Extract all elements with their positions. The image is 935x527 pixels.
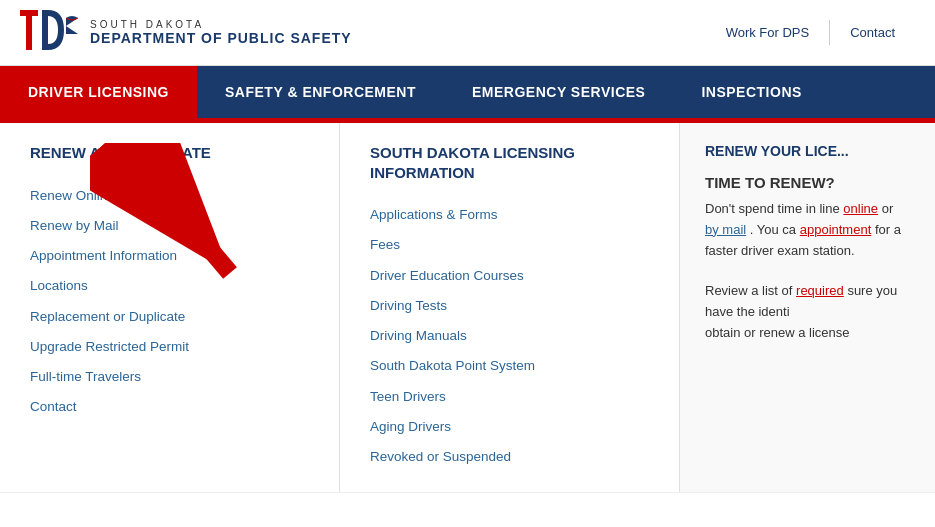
nav-bar: Driver Licensing Safety & Enforcement Em…: [0, 66, 935, 118]
state-name: SOUTH DAKOTA: [90, 19, 352, 30]
nav-item-safety[interactable]: Safety & Enforcement: [197, 66, 444, 118]
logo-icon: [20, 10, 80, 55]
col-renew-duplicate: Renew and Duplicate Renew Online Renew b…: [0, 123, 340, 492]
renew-text-block2: Review a list of required sure you have …: [705, 281, 910, 343]
nav-item-inspections[interactable]: Inspections: [673, 66, 829, 118]
col-sd-licensing: South Dakota Licensing Information Appli…: [340, 123, 680, 492]
renew-text5: Review a list of: [705, 283, 796, 298]
nav-item-emergency[interactable]: Emergency Services: [444, 66, 673, 118]
logo-text: SOUTH DAKOTA Department of Public Safety: [90, 19, 352, 46]
svg-rect-2: [42, 10, 48, 50]
link-renew-online[interactable]: Renew Online: [30, 181, 309, 211]
link-appointment-info[interactable]: Appointment Information: [30, 241, 309, 271]
nav-container: Driver Licensing Safety & Enforcement Em…: [0, 66, 935, 493]
renew-text1: Don't spend time in line: [705, 201, 840, 216]
link-point-system[interactable]: South Dakota Point System: [370, 351, 649, 381]
link-replacement-duplicate[interactable]: Replacement or Duplicate: [30, 302, 309, 332]
link-upgrade-restricted[interactable]: Upgrade Restricted Permit: [30, 332, 309, 362]
nav-item-driver-licensing[interactable]: Driver Licensing: [0, 66, 197, 118]
link-fulltime-travelers[interactable]: Full-time Travelers: [30, 362, 309, 392]
link-fees[interactable]: Fees: [370, 230, 649, 260]
renew-link-online[interactable]: online: [843, 201, 878, 216]
dept-name: Department of Public Safety: [90, 30, 352, 46]
renew-link-required[interactable]: required: [796, 283, 844, 298]
col-renew-your-license: Renew Your Lice... TIME TO RENEW? Don't …: [680, 123, 935, 492]
col1-title: Renew and Duplicate: [30, 143, 309, 163]
header: SOUTH DAKOTA Department of Public Safety…: [0, 0, 935, 493]
link-driving-tests[interactable]: Driving Tests: [370, 291, 649, 321]
logo-area: SOUTH DAKOTA Department of Public Safety: [20, 10, 352, 55]
col2-title: South Dakota Licensing Information: [370, 143, 649, 182]
contact-link[interactable]: Contact: [829, 20, 915, 45]
link-applications-forms[interactable]: Applications & Forms: [370, 200, 649, 230]
renew-link-mail[interactable]: by mail: [705, 222, 746, 237]
renew-text7: obtain or renew a license: [705, 325, 850, 340]
renew-text2: or: [882, 201, 894, 216]
link-aging-drivers[interactable]: Aging Drivers: [370, 412, 649, 442]
link-revoked-suspended[interactable]: Revoked or Suspended: [370, 442, 649, 472]
link-locations[interactable]: Locations: [30, 271, 309, 301]
renew-link-appointment[interactable]: appointment: [800, 222, 872, 237]
renew-subtitle: TIME TO RENEW?: [705, 174, 910, 191]
header-links: Work For DPS Contact: [706, 20, 915, 45]
work-for-dps-link[interactable]: Work For DPS: [706, 20, 830, 45]
renew-title: Renew Your Lice...: [705, 143, 910, 159]
link-contact[interactable]: Contact: [30, 392, 309, 422]
link-renew-by-mail[interactable]: Renew by Mail: [30, 211, 309, 241]
renew-text3: . You ca: [750, 222, 796, 237]
renew-text-block1: Don't spend time in line online or by ma…: [705, 199, 910, 261]
link-teen-drivers[interactable]: Teen Drivers: [370, 382, 649, 412]
dropdown: Renew and Duplicate Renew Online Renew b…: [0, 123, 935, 493]
svg-rect-1: [26, 10, 32, 50]
link-driver-education[interactable]: Driver Education Courses: [370, 261, 649, 291]
link-driving-manuals[interactable]: Driving Manuals: [370, 321, 649, 351]
